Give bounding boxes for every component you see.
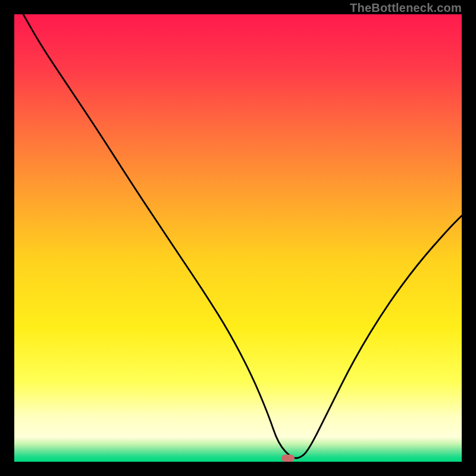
plot-svg	[14, 14, 462, 462]
chart-container: TheBottleneck.com	[0, 0, 476, 476]
plot-area	[14, 14, 462, 462]
watermark-label: TheBottleneck.com	[350, 1, 462, 15]
gradient-background	[14, 14, 462, 462]
